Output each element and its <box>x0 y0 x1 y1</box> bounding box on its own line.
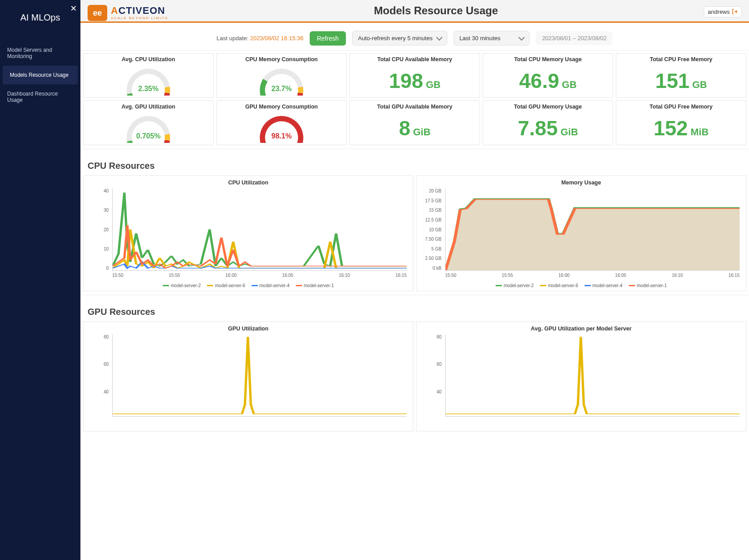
legend-item: model-server-1 <box>629 283 667 288</box>
legend-item: model-server-2 <box>163 283 201 288</box>
stat-title: Total GPU Memory Usage <box>514 104 582 110</box>
gauge-card: Avg. CPU Utilization 2.35% <box>83 53 214 98</box>
chart-title: Memory Usage <box>421 180 741 186</box>
time-range-select[interactable]: Last 30 minutes <box>454 31 530 46</box>
stat-title: Total GPU Free Memory <box>650 104 713 110</box>
stat-unit: GiB <box>560 126 578 138</box>
gauge-title: Avg. CPU Utilization <box>122 56 175 63</box>
stat-card: Total GPU Memory Usage 7.85GiB <box>483 100 613 145</box>
gauge: 98.1% <box>255 112 308 143</box>
chart-title: CPU Utilization <box>88 180 408 186</box>
gauge-value: 0.705% <box>122 132 175 140</box>
app-title: AI MLOps <box>0 0 80 41</box>
legend-item: model-server-1 <box>296 283 334 288</box>
logo-text: ACTIVEON <box>111 6 168 16</box>
sidebar-item-0[interactable]: Model Servers and Monitoring <box>0 41 80 66</box>
gauge-title: GPU Memory Consumption <box>245 104 318 110</box>
chart-mem_usage: Memory Usage 20 GB17.5 GB15 GB12.5 GB10 … <box>416 176 746 291</box>
stat-unit: MiB <box>690 126 708 138</box>
stat-card: Total GPU Available Memory 8GiB <box>349 100 480 145</box>
topbar: ee ACTIVEON SCALE BEYOND LIMITS Models R… <box>80 0 749 23</box>
controls: Last update: 2023/08/02 16:15:36 Refresh… <box>80 23 749 50</box>
stat-card: Total CPU Memory Usage 46.9GB <box>483 53 613 98</box>
stat-title: Total CPU Free Memory <box>650 56 712 63</box>
page-title: Models Resource Usage <box>168 4 704 21</box>
plot-area <box>445 188 740 271</box>
gauge-card: GPU Memory Consumption 98.1% <box>216 100 347 145</box>
plot-area <box>112 188 407 271</box>
logo-tagline: SCALE BEYOND LIMITS <box>111 17 168 20</box>
sidebar-item-2[interactable]: Dashboard Resource Usage <box>0 84 80 109</box>
stat-value: 198 <box>389 71 423 91</box>
y-axis: 806040 <box>421 334 443 417</box>
chart-title: GPU Utilization <box>88 326 408 332</box>
plot-area <box>112 334 407 417</box>
legend: model-server-2model-server-6model-server… <box>421 283 741 288</box>
gauge-value: 98.1% <box>255 132 308 140</box>
legend-item: model-server-6 <box>540 283 578 288</box>
legend-item: model-server-4 <box>585 283 623 288</box>
logo: ee ACTIVEON SCALE BEYOND LIMITS <box>88 5 168 21</box>
stat-title: Total CPU Memory Usage <box>514 56 581 63</box>
stat-value: 151 <box>655 71 690 91</box>
stat-value: 7.85 <box>518 118 558 138</box>
user-name: andrews <box>708 8 730 15</box>
cpu-charts-row: CPU Utilization 403020100 15:5015:5516:0… <box>80 176 749 291</box>
stat-value: 152 <box>653 118 688 138</box>
x-axis: 15:5015:5516:0016:0516:1016:15 <box>445 273 740 278</box>
legend: model-server-2model-server-6model-server… <box>88 283 408 288</box>
stats-grid: Avg. CPU Utilization 2.35% CPU Memory Co… <box>80 50 749 145</box>
gauge-value: 2.35% <box>122 85 175 93</box>
stat-value: 46.9 <box>519 71 560 91</box>
y-axis: 20 GB17.5 GB15 GB12.5 GB10 GB7.50 GB5 GB… <box>421 188 443 271</box>
logo-icon: ee <box>88 5 107 21</box>
legend-item: model-server-4 <box>252 283 290 288</box>
stat-unit: GB <box>426 79 441 91</box>
chart-title: Avg. GPU Utilization per Model Server <box>421 326 741 332</box>
logout-icon <box>732 8 738 15</box>
stat-unit: GB <box>692 79 707 91</box>
gauge: 2.35% <box>122 64 175 96</box>
date-range: 2023/08/01 – 2023/08/02 <box>536 31 613 45</box>
gauge: 23.7% <box>255 64 308 96</box>
gauge-title: Avg. GPU Utilization <box>122 104 175 110</box>
gauge-card: CPU Memory Consumption 23.7% <box>216 53 347 98</box>
gauge-value: 23.7% <box>255 85 308 93</box>
y-axis: 806040 <box>88 334 110 417</box>
stat-card: Total GPU Free Memory 152MiB <box>616 100 746 145</box>
svg-marker-1 <box>446 200 740 270</box>
auto-refresh-select[interactable]: Auto-refresh every 5 minutes <box>352 31 447 46</box>
stat-value: 8 <box>399 118 411 138</box>
sidebar: ✕ AI MLOps Model Servers and MonitoringM… <box>0 0 80 560</box>
last-update: Last update: 2023/08/02 16:15:36 <box>217 35 303 42</box>
stat-card: Total CPU Available Memory 198GB <box>349 53 480 98</box>
gpu-section-title: GPU Resources <box>80 295 749 322</box>
cpu-section-title: CPU Resources <box>80 149 749 176</box>
gauge: 0.705% <box>122 112 175 143</box>
stat-title: Total CPU Available Memory <box>377 56 452 63</box>
chart-gpu_util: GPU Utilization 806040 <box>83 322 413 431</box>
stat-unit: GiB <box>413 126 430 138</box>
legend-item: model-server-2 <box>496 283 534 288</box>
chart-cpu_util: CPU Utilization 403020100 15:5015:5516:0… <box>83 176 413 291</box>
y-axis: 403020100 <box>88 188 110 271</box>
stat-card: Total CPU Free Memory 151GB <box>616 53 746 98</box>
gauge-title: CPU Memory Consumption <box>245 56 318 63</box>
user-menu[interactable]: andrews <box>704 6 742 17</box>
stat-title: Total GPU Available Memory <box>377 104 452 110</box>
sidebar-item-1[interactable]: Models Resource Usage <box>3 66 78 84</box>
gauge-card: Avg. GPU Utilization 0.705% <box>83 100 214 145</box>
stat-unit: GB <box>562 79 576 91</box>
plot-area <box>445 334 740 417</box>
chart-gpu_util_per: Avg. GPU Utilization per Model Server 80… <box>416 322 746 431</box>
refresh-button[interactable]: Refresh <box>310 31 346 46</box>
main: ee ACTIVEON SCALE BEYOND LIMITS Models R… <box>80 0 749 560</box>
gpu-charts-row: GPU Utilization 806040 Avg. GPU Utilizat… <box>80 322 749 431</box>
legend-item: model-server-6 <box>207 283 245 288</box>
x-axis: 15:5015:5516:0016:0516:1016:15 <box>112 273 407 278</box>
close-icon[interactable]: ✕ <box>70 4 77 13</box>
